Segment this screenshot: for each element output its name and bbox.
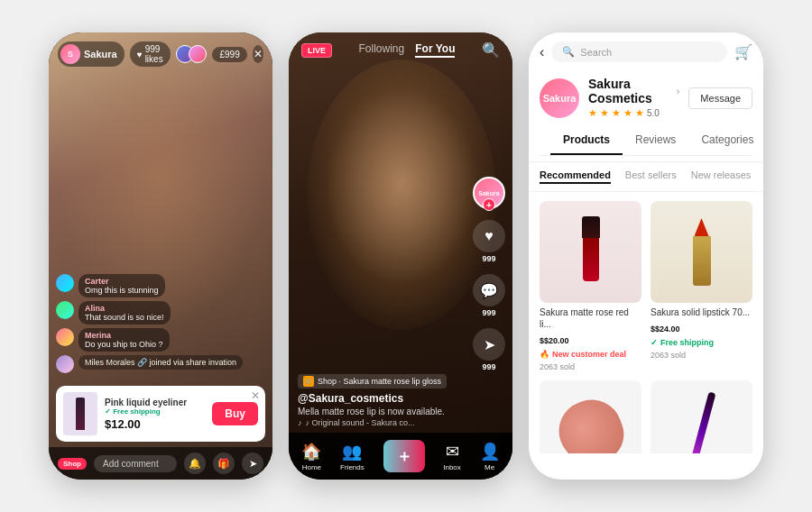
product-item-3[interactable]: Makeup sponge droplet ... $$20.00	[540, 380, 641, 453]
star-icon: ★	[612, 107, 621, 119]
gift-icon[interactable]: 🎁	[213, 453, 235, 474]
commenter-name: Merina	[85, 331, 163, 340]
inbox-icon: ✉	[446, 442, 459, 462]
like-action[interactable]: ♥ 999	[473, 220, 505, 263]
product-item-1[interactable]: Sakura matte rose red li... $$20.00 🔥 Ne…	[540, 201, 641, 371]
bottle-cap	[582, 216, 600, 238]
product-image-1	[540, 201, 641, 303]
shop-header: ‹ 🔍 Search 🛒 Sakura Sakura Cosmetics › ★…	[529, 32, 763, 162]
commenter-name: Alina	[85, 304, 164, 313]
live-badge: LIVE	[301, 43, 332, 58]
comment-bubble: Carter Omg this is stunning	[78, 274, 165, 297]
bottle-body	[583, 238, 599, 281]
brand-avatar-text: Sakura	[543, 93, 577, 104]
product-image-3	[540, 380, 641, 453]
eyeliner-wrapper	[698, 380, 706, 453]
profile-icon: 👤	[480, 442, 500, 462]
create-icon: ＋	[383, 440, 425, 472]
product-title-2: Sakura solid lipstick 70...	[651, 306, 752, 318]
heart-icon: ♥	[137, 50, 143, 59]
nav-inbox[interactable]: ✉ Inbox	[443, 442, 461, 471]
product-price: $12.00	[105, 417, 205, 431]
comment-bubble: Alina That sound is so nice!	[78, 301, 171, 325]
shop-tab-bar: Products Reviews Categories	[540, 126, 752, 156]
cart-icon[interactable]: 🛒	[734, 43, 752, 60]
comment-row: Miles Morales 🔗 joined via share invatio…	[56, 355, 265, 373]
search-icon[interactable]: 🔍	[482, 41, 500, 59]
brand-name: Sakura Cosmetics	[588, 77, 673, 105]
tab-for-you[interactable]: For You	[415, 42, 455, 58]
user-pill[interactable]: S Sakura	[58, 41, 125, 67]
tab-following[interactable]: Following	[359, 42, 405, 58]
phone-live-stream: S Sakura ♥ 999 likes £999 ✕	[49, 32, 272, 480]
share-icon[interactable]: ➤	[242, 453, 263, 474]
avatar: S	[60, 44, 80, 64]
brand-info: Sakura Cosmetics › ★ ★ ★ ★ ★ 5.0	[588, 77, 679, 119]
comment-icon: 💬	[473, 274, 505, 306]
creator-avatar[interactable]: Sakura +	[473, 177, 505, 209]
product-item-2[interactable]: Sakura solid lipstick 70... $$24.00 ✓ Fr…	[651, 201, 752, 371]
rating-row: ★ ★ ★ ★ ★ 5.0	[588, 107, 679, 119]
creator-description: Mella matte rose lip is now available.	[298, 407, 503, 416]
subtab-new-releases[interactable]: New releases	[691, 169, 752, 184]
creator-follow-item: Sakura +	[473, 177, 505, 209]
bell-icon[interactable]: 🔔	[184, 453, 206, 474]
product-card: Pink liquid eyeliner ✓ Free shipping $12…	[56, 386, 265, 442]
product-image-2	[651, 201, 752, 303]
nav-me[interactable]: 👤 Me	[480, 442, 500, 471]
comment-input[interactable]: Add comment	[94, 455, 177, 472]
commenter-avatar	[56, 355, 74, 373]
tab-categories[interactable]: Categories	[688, 126, 763, 155]
message-button[interactable]: Message	[688, 87, 752, 109]
tab-reviews[interactable]: Reviews	[623, 126, 688, 155]
search-bar[interactable]: 🔍 Search	[551, 41, 727, 62]
home-icon: 🏠	[301, 442, 321, 462]
share-icon: ➤	[473, 328, 505, 361]
comment-row: Carter Omg this is stunning	[56, 274, 265, 297]
shop-product-label[interactable]: 🛒 Shop · Sakura matte rose lip gloss	[298, 374, 447, 389]
product-deal-1: 🔥 New customer deal	[540, 350, 641, 359]
search-icon: 🔍	[562, 46, 575, 58]
sub-tab-bar: Recommended Best sellers New releases	[529, 162, 763, 192]
streamer-name: Sakura	[84, 49, 117, 59]
nav-home[interactable]: 🏠 Home	[301, 442, 321, 471]
product-name: Pink liquid eyeliner	[105, 398, 205, 407]
product-item-4[interactable]: Pink liquid eyeliner $$12.00	[651, 380, 752, 453]
nav-friends-label: Friends	[340, 463, 364, 471]
comment-text: Do you ship to Ohio ?	[85, 340, 163, 349]
music-note-icon: ♪	[298, 418, 302, 427]
creator-handle[interactable]: @Sakura_cosmetics	[298, 392, 503, 405]
back-button[interactable]: ‹	[540, 44, 544, 60]
share-action[interactable]: ➤ 999	[473, 328, 505, 371]
close-button[interactable]: ✕	[253, 45, 263, 63]
chevron-right-icon: ›	[677, 86, 680, 96]
shop-badge[interactable]: Shop	[58, 458, 87, 470]
feed-top-nav: LIVE Following For You 🔍	[289, 32, 512, 59]
shop-product-text: Shop · Sakura matte rose lip gloss	[318, 377, 441, 386]
nav-inbox-label: Inbox	[443, 463, 461, 471]
sponge-illustration	[550, 391, 632, 453]
viewer-avatars	[176, 45, 207, 63]
tab-products[interactable]: Products	[550, 126, 623, 155]
subtab-recommended[interactable]: Recommended	[540, 169, 611, 184]
star-icon: ★	[635, 107, 644, 119]
join-notice: Miles Morales 🔗 joined via share invatio…	[78, 355, 243, 370]
action-icons: 🔔 🎁 ➤	[184, 453, 263, 474]
nav-home-label: Home	[302, 463, 321, 471]
product-price-2: $$24.00	[651, 322, 752, 334]
shop-nav-row: ‹ 🔍 Search 🛒	[540, 41, 752, 62]
buy-button[interactable]: Buy	[212, 402, 258, 425]
star-icon: ★	[588, 107, 597, 119]
product-image	[76, 398, 85, 430]
follow-plus-icon: +	[483, 198, 495, 211]
friends-icon: 👥	[342, 442, 362, 462]
nav-friends[interactable]: 👥 Friends	[340, 442, 364, 471]
comment-action[interactable]: 💬 999	[473, 274, 505, 317]
subtab-best-sellers[interactable]: Best sellers	[625, 169, 677, 184]
close-product-card-icon[interactable]: ✕	[251, 389, 260, 402]
free-shipping-label: ✓ Free shipping	[105, 407, 205, 416]
product-thumbnail	[63, 392, 97, 435]
bottom-navigation: 🏠 Home 👥 Friends ＋ ✉ Inbox 👤 Me	[289, 433, 512, 480]
nav-create[interactable]: ＋	[383, 440, 425, 472]
phone-shop: ‹ 🔍 Search 🛒 Sakura Sakura Cosmetics › ★…	[529, 32, 763, 480]
